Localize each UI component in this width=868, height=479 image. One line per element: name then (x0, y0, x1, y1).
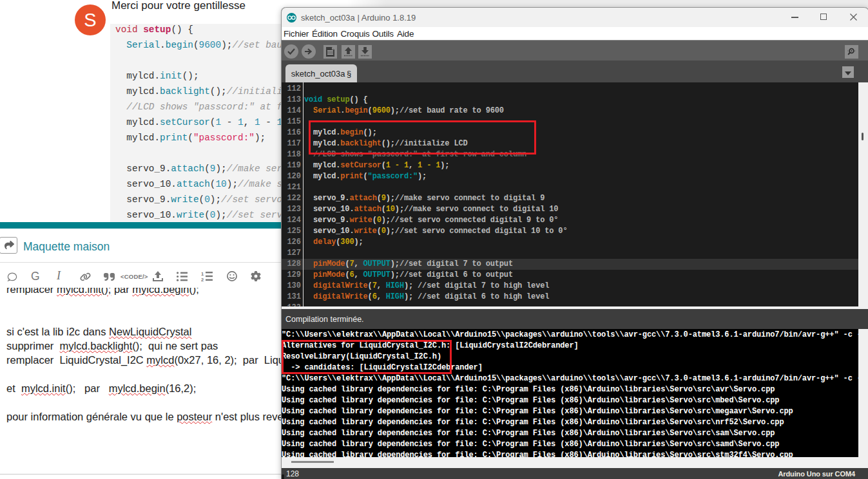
svg-text:1: 1 (201, 271, 204, 277)
svg-text:2: 2 (201, 276, 204, 281)
